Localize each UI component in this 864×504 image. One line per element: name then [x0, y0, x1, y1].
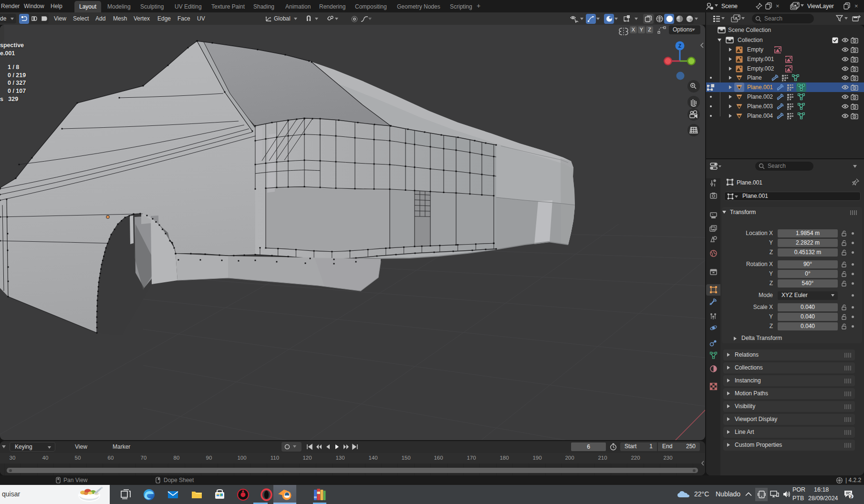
svg-text:2: 2: [850, 494, 852, 499]
svg-text:Z: Z: [678, 43, 681, 49]
